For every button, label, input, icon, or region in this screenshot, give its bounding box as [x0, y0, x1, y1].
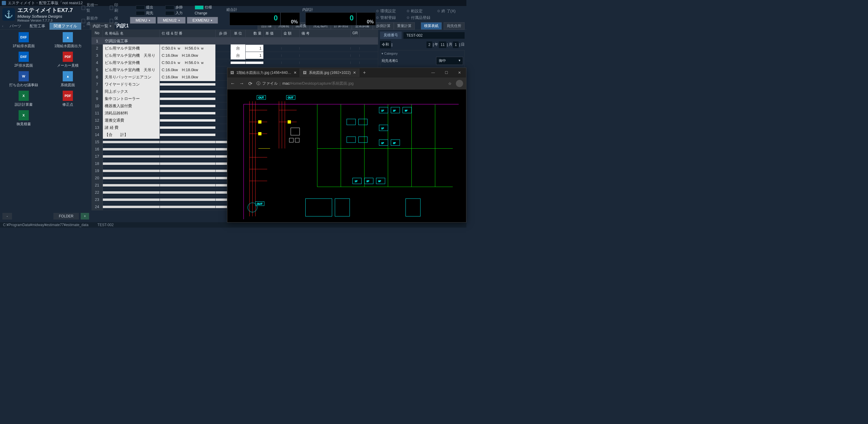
- col-spec[interactable]: 仕 様 & 型 番: [160, 30, 216, 37]
- settings-button[interactable]: 環境設定: [376, 8, 403, 14]
- tab-parts[interactable]: パーツ: [5, 23, 26, 30]
- file-item[interactable]: ▲1階給水図面出力: [47, 32, 89, 49]
- table-row[interactable]: 1空調設備工事: [91, 37, 378, 45]
- close-tab-icon[interactable]: ✕: [353, 70, 356, 75]
- new-button[interactable]: 新規作成: [79, 15, 101, 27]
- viewer-tab-1[interactable]: 🖼 1階給水図面出力.jpg (1456×840… ✕: [227, 68, 300, 77]
- file-item[interactable]: ▲系統図面: [47, 71, 89, 88]
- minimize-button[interactable]: —: [427, 69, 440, 77]
- table-row[interactable]: 3ビル用マルチ室内機 天吊りC:16.0kw H:18.0kw台1: [91, 52, 378, 59]
- breakdown-total-pct: 0%: [356, 12, 376, 26]
- menu2-button[interactable]: MENU2: [157, 17, 186, 24]
- digits-button[interactable]: 桁設定: [406, 8, 433, 14]
- file-label: 2F排水図面: [2, 63, 45, 68]
- file-icon: DXF: [19, 32, 29, 43]
- close-tab-icon[interactable]: ✕: [293, 70, 297, 75]
- file-item[interactable]: DXF2F排水図面: [2, 52, 45, 68]
- year-input[interactable]: 2: [427, 41, 432, 48]
- image-viewer-window: 🖼 1階給水図面出力.jpg (1456×840… ✕ 🖼 系統図面.jpg (…: [227, 67, 466, 223]
- table-row[interactable]: 4ビル用マルチ室外機C:50.0ｋｗ H:56.0ｋｗ: [91, 59, 378, 66]
- account-icon[interactable]: [456, 80, 463, 87]
- file-label: 打ち合わせ議事録: [2, 83, 45, 88]
- favorite-icon[interactable]: ☆: [448, 81, 452, 86]
- col-no[interactable]: No: [91, 30, 103, 37]
- image-icon: 🖼: [303, 70, 307, 75]
- col-name[interactable]: 名 称&品 名: [103, 30, 160, 37]
- file-label: 御見積書: [2, 122, 45, 127]
- exit-button[interactable]: 終 了(X): [437, 8, 464, 14]
- svg-text:1F: 1F: [381, 127, 384, 130]
- print-button[interactable]: 印 刷: [107, 2, 124, 14]
- cover-button[interactable]: 積算表紙: [421, 22, 442, 30]
- col-unit[interactable]: 単 位: [231, 30, 246, 37]
- file-label: メーカー見積: [47, 63, 89, 68]
- logo-icon: ⚓: [2, 8, 15, 21]
- day-input[interactable]: 1: [453, 41, 459, 48]
- file-icon: ▲: [63, 32, 73, 43]
- collapse-button[interactable]: -: [2, 213, 12, 220]
- back-button[interactable]: ←: [230, 81, 235, 86]
- version: Release Version 7.7.7.3: [18, 19, 73, 22]
- file-item[interactable]: X御見積書: [2, 110, 45, 127]
- dest-honorific-select[interactable]: 御中▾: [436, 57, 463, 65]
- file-item[interactable]: PDFメーカー見積: [47, 52, 89, 68]
- new-tab-button[interactable]: +: [359, 70, 369, 75]
- category-label[interactable]: ▾ Category: [381, 52, 463, 56]
- address-button[interactable]: 宛先住所: [443, 22, 465, 30]
- accessory-register-button[interactable]: 付属品登録: [406, 15, 433, 21]
- file-icon: ▲: [63, 71, 73, 81]
- fn-button[interactable]: 重量計算: [394, 22, 415, 30]
- reload-button[interactable]: ⟳: [248, 81, 252, 86]
- pipe-register-button[interactable]: 管材登録: [376, 15, 403, 21]
- tab-piping[interactable]: 配管工事: [26, 23, 50, 30]
- spec-toggle[interactable]: [195, 5, 204, 9]
- step-toggle[interactable]: [165, 5, 174, 9]
- save-button[interactable]: 保 存: [107, 15, 124, 27]
- viewer-content[interactable]: 1F2F3F 1F 1F2F 1F2F3F OUT: [227, 89, 466, 222]
- col-price[interactable]: 単 価: [264, 30, 282, 37]
- file-panel: DXF1F給排水図面▲1階給水図面出力DXF2F排水図面PDFメーカー見積W打ち…: [0, 30, 91, 222]
- file-icon: PDF: [63, 52, 73, 62]
- submit-toggle[interactable]: [136, 5, 145, 9]
- grand-total-value: 0: [230, 12, 280, 23]
- col-note[interactable]: 備 考: [300, 30, 351, 37]
- file-label: 系統図面: [47, 83, 89, 88]
- add-file-button[interactable]: +: [81, 213, 89, 220]
- breakdown-total-value: 0: [306, 12, 356, 23]
- viewer-tab-2[interactable]: 🖼 系統図面.jpg (1692×1022) ✕: [300, 68, 359, 77]
- svg-text:2F: 2F: [367, 180, 369, 182]
- fn-button[interactable]: 歩掛計算: [373, 22, 394, 30]
- svg-text:1F: 1F: [381, 142, 384, 144]
- exmenu-button[interactable]: EXMENU: [187, 17, 218, 24]
- dest-toggle[interactable]: [136, 11, 145, 15]
- month-input[interactable]: 11: [439, 41, 446, 48]
- col-gr[interactable]: GR: [351, 30, 360, 37]
- nav-prev[interactable]: ‹: [0, 24, 5, 28]
- estimate-no-value[interactable]: TEST-002: [403, 32, 465, 39]
- forward-button[interactable]: →: [239, 81, 244, 86]
- grand-total-pct: 0%: [280, 12, 300, 26]
- col-step[interactable]: 歩 掛: [216, 30, 231, 37]
- file-item[interactable]: X設計計算書: [2, 91, 45, 107]
- menu-button[interactable]: MENU: [130, 17, 156, 24]
- col-amt[interactable]: 金 額: [282, 30, 300, 37]
- grand-total-label: 総合計: [226, 7, 300, 12]
- file-item[interactable]: PDF修正点: [47, 91, 89, 107]
- maximize-button[interactable]: ☐: [440, 69, 453, 77]
- era-select[interactable]: 令和: [380, 41, 391, 48]
- file-item[interactable]: DXF1F給排水図面: [2, 32, 45, 49]
- estimate-list-button[interactable]: 見積一覧: [79, 2, 101, 14]
- estimate-no-label: 見積番号: [380, 31, 402, 39]
- info-icon: ⓘ: [256, 81, 260, 86]
- table-row[interactable]: 2ビル用マルチ室外機C:50.0ｋｗ H:56.0ｋｗ台1: [91, 45, 378, 52]
- dest-name-label: 宛先名称1: [381, 58, 398, 63]
- title-bar: エスティメイト・配管工事版「not reaist12: [0, 0, 466, 6]
- input-toggle[interactable]: [165, 11, 174, 15]
- tab-files[interactable]: 関連ファイル: [50, 23, 81, 30]
- svg-text:OUT: OUT: [258, 96, 264, 99]
- svg-text:3F: 3F: [405, 109, 407, 112]
- close-button[interactable]: ✕: [453, 69, 466, 77]
- col-qty[interactable]: 数 量: [246, 30, 264, 37]
- file-item[interactable]: W打ち合わせ議事録: [2, 71, 45, 88]
- folder-button[interactable]: FOLDER: [53, 213, 79, 220]
